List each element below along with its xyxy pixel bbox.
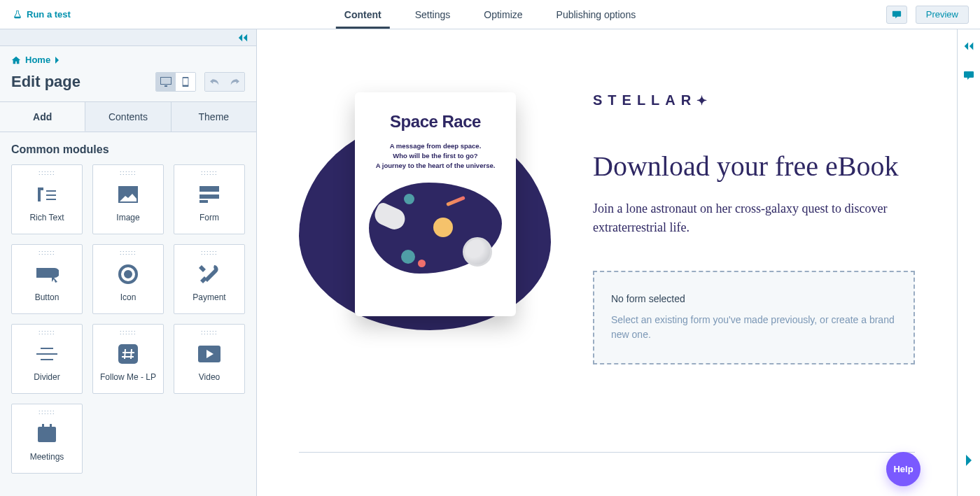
desktop-icon: [160, 77, 172, 87]
gear-icon: [118, 264, 138, 284]
comments-rail-icon[interactable]: [962, 70, 975, 81]
sidebar-tab-contents[interactable]: Contents: [85, 102, 171, 132]
drag-handle-icon: ::::::: [201, 249, 218, 256]
book-cover-art: [369, 183, 502, 274]
drag-handle-icon: ::::::: [120, 329, 136, 336]
rail-next-button[interactable]: [962, 455, 975, 468]
tab-optimize[interactable]: Optimize: [484, 0, 522, 29]
divider-icon: [36, 346, 57, 362]
module-rich-text[interactable]: :::::: Rich Text: [11, 164, 83, 234]
redo-icon: [230, 78, 239, 86]
drag-handle-icon: ::::::: [201, 329, 218, 336]
headline[interactable]: Download your free eBook: [593, 150, 915, 183]
ebook-illustration: Space Race A message from deep space. Wh…: [299, 92, 551, 344]
drag-handle-icon: ::::::: [120, 249, 136, 256]
device-toggle: [155, 72, 196, 92]
module-icon[interactable]: :::::: Icon: [92, 244, 164, 314]
module-follow-me[interactable]: :::::: Follow Me - LP: [92, 324, 164, 394]
tools-icon: [199, 264, 220, 285]
chat-bubble-icon: [891, 10, 902, 20]
form-placeholder-title: No form selected: [611, 293, 897, 304]
chevron-right-icon: [55, 57, 59, 64]
tab-publishing-options[interactable]: Publishing options: [556, 0, 636, 29]
modules-heading: Common modules: [11, 143, 245, 156]
run-test-label: Run a test: [27, 9, 71, 20]
drag-handle-icon: ::::::: [201, 169, 218, 176]
top-tabs: Content Settings Optimize Publishing opt…: [344, 0, 636, 29]
right-rail: [957, 29, 980, 496]
body: Home Edit page: [0, 29, 980, 496]
page-copy: STELLAR ✦ Download your free eBook Join …: [593, 92, 915, 364]
drag-handle-icon: ::::::: [38, 409, 55, 416]
drag-handle-icon: ::::::: [38, 329, 55, 336]
rich-text-icon: [36, 185, 58, 204]
undo-redo: [204, 72, 245, 92]
chevron-right-icon: [962, 455, 975, 466]
drag-handle-icon: ::::::: [38, 249, 55, 256]
home-icon: [11, 55, 21, 65]
flask-icon: [13, 10, 22, 20]
module-button[interactable]: :::::: Button: [11, 244, 83, 314]
modules-section: Common modules :::::: Rich Text :::::: I…: [0, 132, 256, 485]
comments-button[interactable]: [886, 6, 907, 24]
module-form[interactable]: :::::: Form: [174, 164, 245, 234]
video-icon: [198, 346, 220, 362]
device-desktop-button[interactable]: [156, 73, 176, 91]
modules-grid: :::::: Rich Text :::::: Image :::::: For…: [11, 164, 245, 474]
section-divider: [299, 452, 915, 453]
tab-content[interactable]: Content: [344, 0, 382, 29]
double-chevron-left-icon[interactable]: [237, 33, 249, 43]
undo-icon: [210, 78, 220, 86]
module-divider[interactable]: :::::: Divider: [11, 324, 83, 394]
page-title: Edit page: [11, 73, 147, 91]
svg-rect-0: [118, 344, 138, 364]
sidebar-tabs: Add Contents Theme: [0, 101, 256, 132]
module-payment[interactable]: :::::: Payment: [174, 244, 245, 314]
form-placeholder-help: Select an existing form you've made prev…: [611, 313, 897, 342]
run-test-link[interactable]: Run a test: [0, 0, 83, 29]
calendar-icon: [36, 424, 57, 444]
redo-button[interactable]: [225, 73, 244, 91]
module-meetings[interactable]: :::::: Meetings: [11, 404, 83, 474]
image-icon: [117, 185, 139, 204]
hashtag-icon: [118, 343, 139, 364]
drag-handle-icon: ::::::: [120, 169, 136, 176]
drag-handle-icon: ::::::: [38, 169, 55, 176]
sparkle-icon: ✦: [696, 93, 707, 108]
help-button[interactable]: Help: [886, 452, 920, 486]
subheadline[interactable]: Join a lone astronaut on her cross-galax…: [593, 199, 901, 237]
canvas[interactable]: Space Race A message from deep space. Wh…: [257, 29, 957, 496]
module-image[interactable]: :::::: Image: [92, 164, 164, 234]
book-title: Space Race: [369, 112, 502, 132]
book-subtitle: A message from deep space. Who will be t…: [369, 141, 502, 170]
topbar-right-actions: Preview: [886, 0, 980, 29]
book-cover: Space Race A message from deep space. Wh…: [355, 92, 516, 316]
sidebar: Home Edit page: [0, 29, 257, 496]
form-icon: [198, 185, 220, 204]
button-icon: [35, 265, 59, 283]
undo-button[interactable]: [205, 73, 225, 91]
sidebar-tab-theme[interactable]: Theme: [172, 102, 256, 132]
sidebar-title-row: Edit page: [0, 68, 256, 101]
topbar: Run a test Content Settings Optimize Pub…: [0, 0, 980, 29]
preview-button[interactable]: Preview: [916, 6, 969, 24]
sidebar-collapse-row: [0, 29, 256, 46]
mobile-icon: [180, 77, 191, 87]
tab-settings[interactable]: Settings: [415, 0, 451, 29]
breadcrumb[interactable]: Home: [0, 46, 256, 68]
breadcrumb-home-label: Home: [25, 55, 50, 65]
expand-rail-icon[interactable]: [962, 41, 975, 52]
form-placeholder[interactable]: No form selected Select an existing form…: [593, 271, 915, 364]
brand-logo: STELLAR ✦: [593, 92, 915, 108]
module-video[interactable]: :::::: Video: [174, 324, 245, 394]
sidebar-tab-add[interactable]: Add: [0, 102, 85, 132]
device-mobile-button[interactable]: [176, 73, 195, 91]
landing-page-preview: Space Race A message from deep space. Wh…: [299, 92, 915, 364]
astronaut-helmet-icon: [463, 237, 492, 267]
